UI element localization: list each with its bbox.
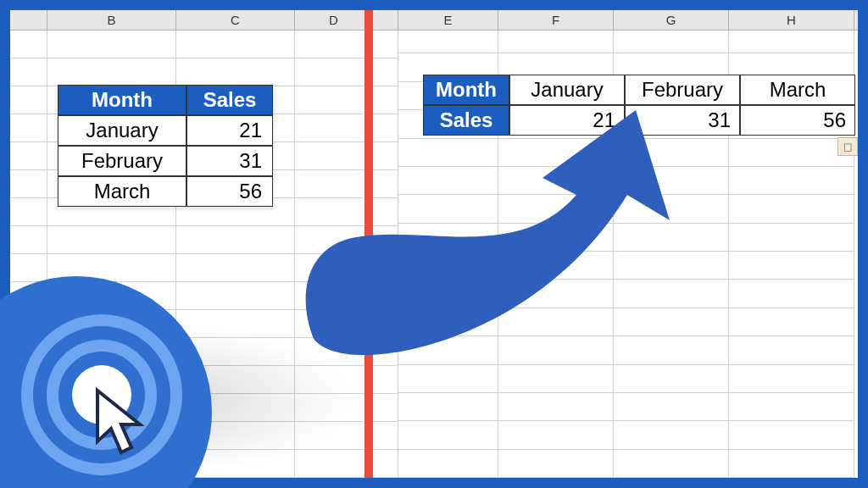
- cell-month[interactable]: January: [58, 115, 186, 146]
- column-header-h[interactable]: H: [729, 10, 854, 30]
- source-table-vertical[interactable]: Month Sales January 21 February 31 March…: [58, 85, 273, 207]
- column-header-row: B C D E F G H: [10, 10, 858, 30]
- column-header-c[interactable]: C: [176, 10, 295, 30]
- column-header-e[interactable]: E: [398, 10, 498, 30]
- column-header-g[interactable]: G: [614, 10, 729, 30]
- column-header-a-stub[interactable]: [10, 10, 47, 30]
- cell-month[interactable]: February: [58, 146, 186, 176]
- cell-month[interactable]: March: [58, 176, 186, 207]
- column-header-d[interactable]: D: [295, 10, 373, 30]
- column-header-b[interactable]: B: [47, 10, 176, 30]
- column-header-f[interactable]: F: [498, 10, 614, 30]
- header-month[interactable]: Month: [58, 85, 186, 115]
- paste-options-icon[interactable]: 📋: [837, 137, 858, 156]
- column-header-stub[interactable]: [373, 10, 398, 30]
- cell-month[interactable]: March: [740, 75, 855, 105]
- cell-sales[interactable]: 56: [740, 105, 855, 136]
- transpose-arrow-icon: [254, 85, 712, 407]
- cursor-icon: [89, 386, 157, 463]
